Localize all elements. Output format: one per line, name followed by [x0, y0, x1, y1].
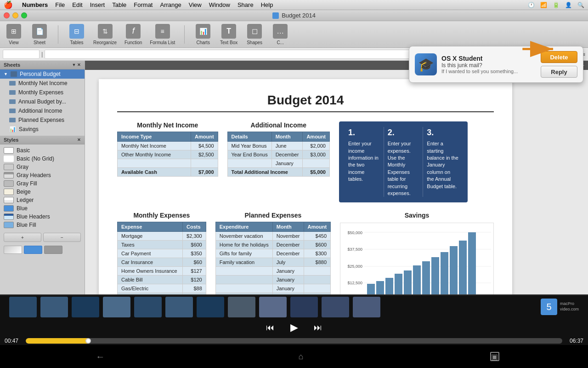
style-gray-fill[interactable]: Gray Fill — [0, 179, 85, 188]
exp-amt-6[interactable] — [304, 276, 331, 284]
exp-month-3[interactable]: December — [272, 249, 304, 258]
video-thumb-2[interactable] — [40, 297, 68, 317]
add-style-button[interactable]: + — [4, 233, 41, 242]
video-thumb-7[interactable] — [197, 297, 224, 317]
expense-5[interactable]: Home Owners Insurance — [118, 267, 183, 276]
notif-delete-button[interactable]: Delete — [541, 61, 577, 63]
sidebar-item-monthly-net-income[interactable]: Monthly Net Income — [0, 79, 85, 88]
video-thumb-5[interactable] — [134, 297, 162, 317]
expense-3[interactable]: Car Payment — [118, 249, 183, 258]
exp-month-4[interactable]: July — [272, 258, 304, 267]
styles-expand-icon[interactable]: ✕ — [77, 138, 81, 142]
expense-4[interactable]: Car Insurance — [118, 258, 183, 267]
toolbar-more[interactable]: … C... — [271, 24, 289, 45]
android-back-button[interactable]: ← — [89, 345, 112, 368]
search-icon[interactable]: 🔍 — [577, 2, 584, 8]
income-amount-1[interactable]: $4,500 — [191, 142, 218, 150]
maximize-button[interactable] — [21, 12, 27, 18]
video-thumb-3[interactable] — [72, 297, 99, 317]
exp-6[interactable] — [215, 276, 272, 284]
cell-reference-input[interactable] — [3, 50, 40, 59]
expense-2[interactable]: Taxes — [118, 241, 183, 249]
menu-table[interactable]: Table — [112, 1, 126, 8]
toolbar-shapes[interactable]: ◻ Shapes — [245, 24, 264, 45]
video-thumb-6[interactable] — [165, 297, 193, 317]
style-gray-headers[interactable]: Gray Headers — [0, 171, 85, 179]
style-blue-fill[interactable]: Blue Fill — [0, 221, 85, 229]
video-thumb-9[interactable] — [259, 297, 287, 317]
cost-5[interactable]: $127 — [183, 267, 206, 276]
exp-month-8[interactable]: January — [272, 293, 304, 294]
menu-numbers[interactable]: Numbers — [22, 1, 48, 8]
exp-7[interactable] — [215, 284, 272, 293]
progress-track[interactable] — [26, 338, 562, 344]
expense-7[interactable]: Gas/Electric — [118, 284, 183, 293]
exp-8[interactable] — [215, 293, 272, 294]
main-spreadsheet-area[interactable]: 100% − + Budget 2014 Monthly Net Income — [85, 61, 588, 294]
cost-3[interactable]: $350 — [183, 249, 206, 258]
close-button[interactable] — [4, 12, 10, 18]
sidebar-item-monthly-expenses[interactable]: Monthly Expenses — [0, 88, 85, 97]
play-button[interactable]: ▶ — [287, 320, 301, 335]
cost-1[interactable]: $2,300 — [183, 232, 206, 241]
cost-6[interactable]: $120 — [183, 276, 206, 284]
amt-2[interactable]: $3,000 — [303, 150, 330, 159]
toolbar-tables[interactable]: ⊟ Tables — [68, 24, 86, 45]
menu-arrange[interactable]: Arrange — [160, 1, 181, 8]
style-basic[interactable]: Basic — [0, 146, 85, 155]
exp-amt-7[interactable] — [304, 284, 331, 293]
style-blue[interactable]: Blue — [0, 204, 85, 213]
menu-edit[interactable]: Edit — [72, 1, 82, 8]
skip-back-button[interactable]: ⏮ — [263, 320, 277, 335]
menu-insert[interactable]: Insert — [90, 1, 105, 8]
cost-2[interactable]: $600 — [183, 241, 206, 249]
style-beige[interactable]: Beige — [0, 188, 85, 196]
video-thumb-4[interactable] — [103, 297, 130, 317]
menu-window[interactable]: Window — [209, 1, 230, 8]
exp-4[interactable]: Family vacation — [215, 258, 272, 267]
android-home-button[interactable]: ⌂ — [289, 345, 312, 368]
style-blue-headers[interactable]: Blue Headers — [0, 213, 85, 221]
income-type-1[interactable]: Monthly Net Income — [118, 142, 191, 150]
progress-thumb[interactable] — [85, 338, 91, 344]
video-thumb-8[interactable] — [228, 297, 255, 317]
toolbar-sheet[interactable]: 📄 Sheet — [30, 24, 49, 45]
style-basic-no-grid[interactable]: Basic (No Grid) — [0, 155, 85, 163]
skip-forward-button[interactable]: ⏭ — [311, 320, 325, 335]
sidebar-item-planned-expenses[interactable]: Planned Expenses — [0, 115, 85, 125]
video-thumb-11[interactable] — [322, 297, 349, 317]
menu-help[interactable]: Help — [261, 1, 273, 8]
toolbar-charts[interactable]: 📊 Charts — [194, 24, 212, 45]
exp-month-5[interactable]: January — [272, 267, 304, 276]
toolbar-reorganize[interactable]: ⇅ Reorganize — [93, 24, 117, 45]
detail-1[interactable]: Mid Year Bonus — [227, 142, 271, 150]
toolbar-function[interactable]: f Function — [124, 24, 142, 45]
income-amount-2[interactable]: $2,500 — [191, 150, 218, 159]
sidebar-item-additional-income[interactable]: Additional Income — [0, 106, 85, 115]
exp-1[interactable]: November vacation — [215, 232, 272, 241]
apple-menu[interactable]: 🍎 — [4, 0, 13, 9]
cost-4[interactable]: $60 — [183, 258, 206, 267]
toolbar-view[interactable]: ⊞ View — [5, 24, 23, 45]
notif-reply-button[interactable]: Reply — [541, 66, 577, 78]
exp-month-1[interactable]: November — [272, 232, 304, 241]
exp-month-2[interactable]: December — [272, 241, 304, 249]
toolbar-textbox[interactable]: T Text Box — [220, 24, 238, 45]
cost-7[interactable]: $88 — [183, 284, 206, 293]
month-2[interactable]: December — [271, 150, 303, 159]
exp-amt-8[interactable] — [304, 293, 331, 294]
exp-5[interactable] — [215, 267, 272, 276]
video-thumb-12[interactable] — [353, 297, 380, 317]
sheets-expand-icon[interactable]: ▼ ✕ — [72, 63, 81, 67]
menu-share[interactable]: Share — [237, 1, 254, 8]
toolbar-formula-list[interactable]: ≡ Formula List — [150, 24, 175, 45]
amt-3[interactable] — [303, 159, 330, 168]
expense-1[interactable]: Mortgage — [118, 232, 183, 241]
exp-month-6[interactable]: January — [272, 276, 304, 284]
detail-3[interactable] — [227, 159, 271, 168]
video-thumb-1[interactable] — [9, 297, 37, 317]
menu-file[interactable]: File — [55, 1, 65, 8]
month-3[interactable]: January — [271, 159, 303, 168]
minimize-button[interactable] — [12, 12, 18, 18]
expense-6[interactable]: Cable Bill — [118, 276, 183, 284]
